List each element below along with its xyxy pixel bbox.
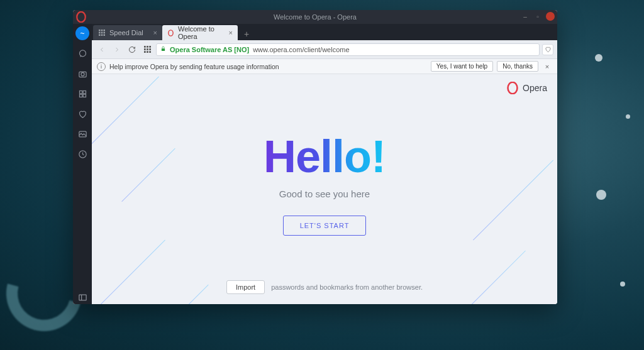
gallery-icon[interactable]	[75, 127, 89, 141]
help-decline-button[interactable]: No, thanks	[497, 61, 538, 72]
decorative-line	[473, 160, 553, 241]
svg-rect-22	[144, 46, 146, 48]
svg-rect-16	[101, 32, 103, 34]
svg-rect-30	[149, 51, 151, 53]
wallpaper-dot	[626, 114, 630, 119]
certificate-label: Opera Software AS [NO]	[170, 46, 249, 53]
page-content: Opera Hello! Good to see you here LET'S …	[92, 74, 557, 304]
messenger-icon[interactable]: ~	[75, 26, 89, 40]
svg-rect-29	[147, 51, 148, 53]
svg-rect-12	[99, 30, 101, 31]
svg-rect-15	[99, 32, 101, 34]
lets-start-button[interactable]: LET'S START	[283, 216, 367, 236]
svg-rect-6	[79, 94, 82, 97]
opera-logo-icon	[75, 11, 87, 23]
import-footer: Import passwords and bookmarks from anot…	[92, 280, 557, 294]
wallpaper-dot	[595, 54, 602, 62]
svg-point-1	[79, 50, 86, 56]
svg-rect-27	[149, 48, 151, 50]
decorative-line	[121, 148, 175, 202]
svg-rect-26	[147, 48, 148, 50]
home-button[interactable]	[141, 43, 153, 56]
subheadline: Good to see you here	[279, 189, 370, 199]
bookmark-button[interactable]	[542, 44, 553, 55]
titlebar[interactable]: Welcome to Opera - Opera – ▫	[73, 10, 557, 24]
svg-rect-31	[162, 48, 165, 51]
svg-rect-20	[104, 35, 106, 36]
tab-label: Speed Dial	[109, 29, 143, 36]
svg-rect-13	[101, 30, 103, 31]
svg-rect-18	[99, 35, 101, 36]
tab-welcome[interactable]: Welcome to Opera ×	[162, 25, 238, 40]
grid-icon	[98, 29, 106, 36]
svg-rect-19	[101, 35, 103, 36]
svg-rect-4	[79, 90, 82, 93]
svg-rect-5	[83, 90, 86, 93]
svg-point-32	[508, 82, 518, 94]
tab-close-icon[interactable]: ×	[229, 29, 233, 36]
lock-icon	[160, 46, 166, 53]
camera-icon[interactable]	[75, 67, 89, 80]
info-message: Help improve Opera by sending feature us…	[109, 63, 279, 70]
news-icon[interactable]	[75, 87, 89, 101]
toolbar: Opera Software AS [NO] www.opera.com/cli…	[92, 40, 557, 59]
address-bar[interactable]: Opera Software AS [NO] www.opera.com/cli…	[156, 43, 540, 56]
brand-text: Opera	[523, 83, 547, 93]
svg-rect-17	[104, 32, 106, 34]
info-icon: i	[97, 62, 106, 71]
svg-rect-10	[79, 295, 86, 300]
tab-close-icon[interactable]: ×	[153, 29, 157, 36]
info-close-icon[interactable]: ×	[542, 62, 552, 72]
tab-speed-dial[interactable]: Speed Dial ×	[93, 25, 162, 40]
svg-point-3	[81, 72, 84, 75]
forward-button[interactable]	[111, 43, 123, 56]
whatsapp-icon[interactable]	[75, 46, 89, 60]
svg-point-21	[169, 30, 173, 35]
wallpaper-dot	[620, 282, 625, 287]
reload-button[interactable]	[126, 43, 138, 56]
browser-window: Welcome to Opera - Opera – ▫ ~	[73, 10, 557, 304]
import-hint: passwords and bookmarks from another bro…	[271, 283, 423, 291]
import-button[interactable]: Import	[226, 280, 265, 294]
wallpaper-dot	[596, 190, 606, 200]
svg-rect-28	[144, 51, 146, 53]
brand-logo: Opera	[506, 82, 547, 94]
svg-rect-24	[149, 46, 151, 48]
panel-toggle-icon[interactable]	[75, 290, 89, 304]
heart-icon[interactable]	[75, 107, 89, 121]
opera-logo-icon	[167, 29, 174, 36]
sidebar: ~	[73, 24, 92, 304]
info-bar: i Help improve Opera by sending feature …	[92, 59, 557, 74]
svg-rect-25	[144, 48, 146, 50]
svg-point-0	[77, 12, 86, 23]
decorative-line	[94, 240, 165, 304]
svg-rect-7	[83, 94, 86, 97]
tab-strip: Speed Dial × Welcome to Opera × +	[92, 24, 557, 40]
back-button[interactable]	[96, 43, 108, 56]
new-tab-button[interactable]: +	[239, 28, 254, 40]
history-icon[interactable]	[75, 147, 89, 161]
url-text: www.opera.com/client/welcome	[253, 46, 349, 53]
tab-label: Welcome to Opera	[178, 25, 225, 40]
help-accept-button[interactable]: Yes, I want to help	[431, 61, 493, 72]
svg-rect-23	[147, 46, 148, 48]
decorative-line	[463, 251, 526, 304]
headline: Hello!	[264, 131, 386, 182]
decorative-line	[92, 77, 159, 148]
minimize-button[interactable]: –	[521, 12, 530, 21]
window-title: Welcome to Opera - Opera	[274, 13, 357, 21]
svg-rect-14	[104, 30, 106, 31]
maximize-button[interactable]: ▫	[533, 12, 542, 21]
close-button[interactable]	[546, 12, 555, 21]
